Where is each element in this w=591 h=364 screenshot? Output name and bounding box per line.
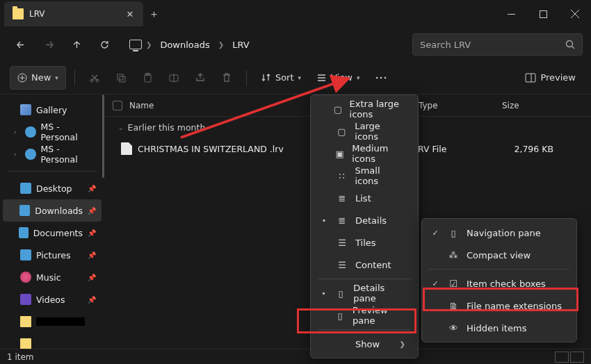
address-bar: ❯ Downloads ❯ LRV Search LRV [0,28,591,61]
menu-item-file-extensions[interactable]: 🗎File name extensions [425,295,574,317]
cut-icon [89,72,100,83]
paste-button[interactable] [136,66,159,90]
status-bar: 1 item [0,349,591,364]
sort-button[interactable]: Sort ▾ [255,66,307,90]
menu-item-large-icons[interactable]: ▢Large icons [314,120,415,142]
menu-item-small-icons[interactable]: ∷Small icons [314,165,415,187]
menu-item-details-pane[interactable]: •▯Details pane [314,282,415,304]
documents-icon [19,227,28,238]
menu-item-compact-view[interactable]: ⁂Compact view [425,244,574,266]
search-input[interactable]: Search LRV [412,33,583,56]
sidebar-item-gallery[interactable]: Gallery [3,99,102,121]
col-size[interactable]: Size [502,101,583,110]
sidebar-item-music[interactable]: Music📌 [3,266,102,288]
view-button[interactable]: View ▾ [311,66,365,90]
music-icon [20,272,31,283]
close-window-button[interactable] [559,0,591,28]
close-tab-icon[interactable]: ✕ [125,9,135,19]
list-icon: ≣ [336,193,348,204]
menu-item-tiles[interactable]: ☰Tiles [314,231,415,254]
details-view-toggle[interactable] [555,351,569,363]
check-icon: ✓ [430,279,440,288]
separator [7,171,97,172]
grid-icon: ∷ [336,171,348,181]
sidebar-item-documents[interactable]: Documents📌 [3,222,102,244]
sidebar-item-pictures[interactable]: Pictures📌 [3,244,102,266]
pin-icon: 📌 [88,229,96,237]
content-icon: ☰ [336,260,348,270]
menu-item-hidden-items[interactable]: 👁Hidden items [425,317,574,339]
select-all-checkbox[interactable] [113,101,122,110]
sidebar-item-folder[interactable] [3,333,102,349]
maximize-button[interactable] [527,0,559,28]
chevron-right-icon: ❯ [145,41,153,49]
this-pc-icon [129,40,142,49]
menu-separator [318,279,411,279]
checkbox-icon: ☑ [447,279,460,289]
sort-icon [261,72,271,83]
more-button[interactable] [369,66,393,90]
new-button[interactable]: New ▾ [10,66,66,90]
menu-item-list[interactable]: ≣List [314,187,415,209]
file-size: 2,796 KB [496,144,574,154]
sidebar-item-desktop[interactable]: Desktop📌 [3,177,102,199]
window-tab[interactable]: LRV ✕ [4,1,143,26]
sidebar-item-downloads[interactable]: Downloads📌 [3,199,102,222]
share-button[interactable] [189,66,211,90]
svg-point-20 [376,76,378,78]
forward-button[interactable] [36,32,61,57]
paste-icon [142,72,153,83]
thumbnails-view-toggle[interactable] [570,351,584,363]
rename-button[interactable] [163,66,185,90]
crumb-lrv[interactable]: LRV [228,37,253,53]
breadcrumb[interactable]: ❯ Downloads ❯ LRV [125,37,410,53]
sort-label: Sort [275,72,294,83]
separator [74,70,75,85]
sidebar-item-onedrive[interactable]: ›MS - Personal [3,121,102,143]
delete-button[interactable] [216,66,238,90]
sidebar-item-onedrive[interactable]: ›MS - Personal [3,143,102,165]
menu-item-content[interactable]: ☰Content [314,254,415,276]
compact-icon: ⁂ [447,250,460,260]
maximize-icon [540,10,547,18]
chevron-right-icon[interactable]: › [14,151,20,158]
copy-button[interactable] [110,66,132,90]
svg-point-4 [567,41,573,47]
up-button[interactable] [64,32,89,57]
menu-item-show[interactable]: Show❯ [314,333,415,355]
chevron-down-icon: ▾ [357,74,360,81]
sidebar: Gallery ›MS - Personal ›MS - Personal De… [0,94,104,349]
sidebar-item-folder[interactable] [3,311,102,333]
preview-label: Preview [540,72,576,83]
arrow-left-icon [16,40,26,50]
col-name[interactable]: Name [129,101,154,110]
search-icon [565,40,575,49]
svg-point-21 [380,76,382,78]
chevron-down-icon: ▾ [298,74,302,81]
bullet-icon: • [319,289,328,298]
sidebar-item-videos[interactable]: Videos📌 [3,288,102,311]
bullet-icon: • [319,216,329,225]
videos-icon [20,294,31,305]
crumb-downloads[interactable]: Downloads [156,37,213,53]
col-type[interactable]: Type [419,101,502,110]
pane-icon: ▯ [447,228,460,238]
cut-button[interactable] [83,66,106,90]
back-button[interactable] [8,32,33,57]
svg-line-5 [572,47,575,49]
menu-item-checkboxes[interactable]: ✓☑Item check boxes [425,272,574,295]
pane-icon: ▯ [334,311,346,321]
menu-item-extra-large-icons[interactable]: ▢Extra large icons [314,98,415,120]
menu-item-medium-icons[interactable]: ▣Medium icons [314,142,415,165]
chevron-right-icon[interactable]: › [14,129,20,135]
preview-button[interactable]: Preview [519,66,581,90]
refresh-button[interactable] [92,32,117,57]
menu-item-preview-pane[interactable]: ▯Preview pane [314,304,415,326]
minimize-button[interactable] [495,0,527,28]
svg-rect-1 [540,10,547,17]
menu-item-details[interactable]: •≣Details [314,209,415,231]
menu-item-navigation-pane[interactable]: ✓▯Navigation pane [425,222,574,244]
chevron-right-icon: ❯ [400,340,405,348]
check-icon: ✓ [430,229,440,238]
new-tab-button[interactable]: ＋ [149,8,159,21]
